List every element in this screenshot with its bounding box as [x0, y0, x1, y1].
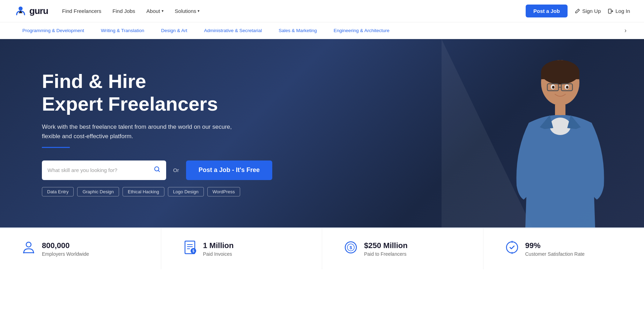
category-nav: Programming & Development Writing & Tran… [0, 22, 644, 39]
nav-find-jobs[interactable]: Find Jobs [112, 8, 135, 14]
hero-title-line1: Find & Hire [42, 70, 146, 92]
main-nav: Find Freelancers Find Jobs About ▾ Solut… [62, 8, 526, 14]
nav-about-label: About [146, 8, 160, 14]
svg-rect-16 [23, 252, 34, 253]
hero-title-line2: Expert Freelancers [42, 93, 218, 115]
money-icon: $ [343, 240, 358, 258]
chevron-down-icon: ▾ [162, 9, 164, 13]
svg-point-13 [552, 86, 555, 89]
stat-paid-number: $250 Million [364, 241, 408, 250]
hero-content: Find & Hire Expert Freelancers Work with… [0, 49, 272, 217]
svg-point-0 [18, 6, 22, 10]
chevron-down-icon-2: ▾ [198, 9, 200, 13]
login-label: Log In [615, 8, 630, 14]
stat-satisfaction-label: Customer Satisfaction Rate [525, 251, 585, 257]
cat-writing[interactable]: Writing & Translation [92, 22, 153, 39]
stats-bar: 800,000 Employers Worldwide $ 1 Million … [0, 227, 644, 269]
nav-about[interactable]: About ▾ [146, 8, 163, 14]
stat-invoices-number: 1 Million [203, 241, 234, 250]
svg-rect-9 [555, 105, 565, 115]
svg-rect-5 [541, 72, 579, 79]
svg-rect-1 [608, 9, 611, 13]
hero-subtitle: Work with the best freelance talent from… [42, 122, 244, 141]
invoice-icon: $ [182, 240, 198, 258]
person-illustration [483, 53, 623, 227]
cat-sales[interactable]: Sales & Marketing [270, 22, 325, 39]
login-icon [608, 8, 613, 14]
header-actions: Post a Job Sign Up Log In [526, 5, 630, 17]
tag-logo-design[interactable]: Logo Design [168, 187, 204, 196]
stat-employers-number: 800,000 [42, 241, 89, 250]
stat-employers: 800,000 Employers Worldwide [0, 229, 161, 269]
stat-satisfaction: 99% Customer Satisfaction Rate [483, 229, 644, 269]
cat-engineering[interactable]: Engineering & Architecture [325, 22, 398, 39]
stat-satisfaction-text: 99% Customer Satisfaction Rate [525, 241, 585, 256]
hero-underline [42, 147, 70, 148]
nav-solutions-label: Solutions [175, 8, 197, 14]
cat-design[interactable]: Design & Art [153, 22, 195, 39]
stat-paid: $ $250 Million Paid to Freelancers [322, 229, 483, 269]
or-label: Or [173, 167, 179, 173]
cat-admin[interactable]: Administrative & Secretarial [195, 22, 270, 39]
category-more-icon[interactable]: › [621, 27, 630, 34]
post-job-free-button[interactable]: Post a Job - It's Free [186, 160, 272, 180]
cat-programming[interactable]: Programming & Development [14, 22, 92, 39]
nav-solutions[interactable]: Solutions ▾ [175, 8, 200, 14]
stat-paid-label: Paid to Freelancers [364, 251, 408, 257]
signup-label: Sign Up [582, 8, 601, 14]
header: guru Find Freelancers Find Jobs About ▾ … [0, 0, 644, 22]
badge-icon [504, 240, 520, 258]
stat-paid-text: $250 Million Paid to Freelancers [364, 241, 408, 256]
tag-graphic-design[interactable]: Graphic Design [77, 187, 119, 196]
signup-button[interactable]: Sign Up [575, 8, 601, 14]
search-button[interactable] [154, 166, 161, 174]
hero-section: Find & Hire Expert Freelancers Work with… [0, 39, 644, 227]
stat-invoices-text: 1 Million Paid Invoices [203, 241, 234, 256]
svg-text:$: $ [349, 245, 352, 250]
svg-point-10 [550, 118, 571, 135]
tag-wordpress[interactable]: WordPress [207, 187, 240, 196]
stat-invoices: $ 1 Million Paid Invoices [161, 229, 323, 269]
logo[interactable]: guru [14, 5, 48, 18]
post-job-button[interactable]: Post a Job [526, 5, 568, 17]
logo-text: guru [29, 6, 48, 16]
hero-title: Find & Hire Expert Freelancers [42, 70, 272, 115]
tag-ethical-hacking[interactable]: Ethical Hacking [123, 187, 164, 196]
stat-employers-label: Employers Worldwide [42, 251, 89, 257]
svg-point-26 [506, 242, 518, 253]
login-button[interactable]: Log In [608, 8, 630, 14]
svg-point-15 [26, 242, 31, 247]
search-icon [154, 166, 161, 173]
search-box [42, 160, 166, 180]
svg-text:$: $ [192, 249, 194, 253]
search-row: Or Post a Job - It's Free [42, 160, 272, 180]
nav-find-freelancers[interactable]: Find Freelancers [62, 8, 102, 14]
svg-point-14 [566, 86, 569, 89]
search-input[interactable] [47, 167, 150, 173]
quick-tags: Data Entry Graphic Design Ethical Hackin… [42, 187, 272, 196]
person-icon [21, 240, 36, 258]
edit-icon [575, 8, 580, 14]
stat-satisfaction-number: 99% [525, 241, 585, 250]
tag-data-entry[interactable]: Data Entry [42, 187, 74, 196]
stat-invoices-label: Paid Invoices [203, 251, 234, 257]
hero-person-image [462, 39, 644, 227]
stat-employers-text: 800,000 Employers Worldwide [42, 241, 89, 256]
